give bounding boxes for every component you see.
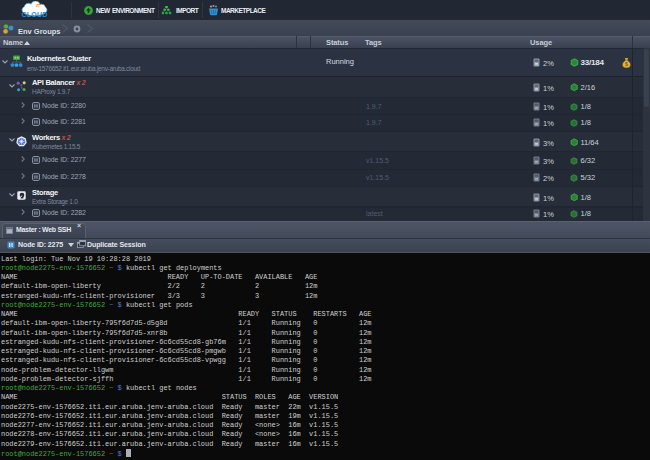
svg-text:CLOUD: CLOUD [22,11,48,18]
svg-text:$: $ [625,61,628,67]
